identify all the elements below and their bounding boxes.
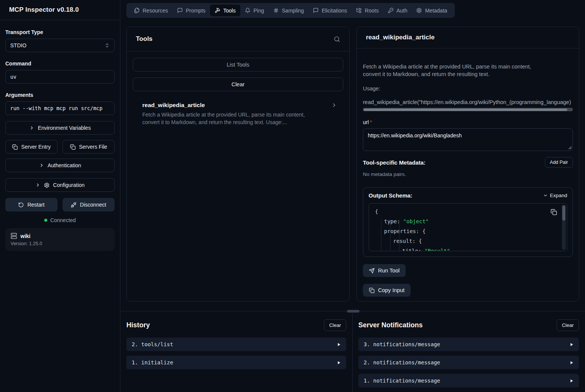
server-name: wiki: [20, 233, 30, 239]
copy-icon: [12, 144, 18, 150]
tab-auth[interactable]: Auth: [383, 5, 412, 16]
hash-icon: [273, 8, 279, 13]
chevron-right-icon: [331, 102, 337, 108]
detail-panel-title: read_wikipedia_article: [366, 34, 434, 41]
server-notifications-title: Server Notifications: [358, 321, 423, 329]
environment-variables-label: Environment Variables: [38, 125, 91, 131]
sidebar: MCP Inspector v0.18.0 Transport Type STD…: [0, 0, 120, 392]
gear-icon: [44, 182, 50, 188]
expand-schema-button[interactable]: Expand: [543, 193, 567, 198]
tools-panel: Tools List Tools Clear read_wikipedia_ar…: [126, 26, 350, 302]
tab-elicitations[interactable]: Elicitations: [308, 5, 352, 16]
restart-icon: [18, 202, 24, 208]
clear-notifications-button[interactable]: Clear: [557, 319, 579, 331]
tab-tools-label: Tools: [223, 8, 236, 14]
url-field-label: url*: [363, 119, 573, 125]
folder-tree-icon: [356, 8, 362, 13]
history-entry-label: 1. initialize: [132, 359, 173, 366]
server-notifications-panel: Server Notifications Clear 3. notificati…: [353, 311, 585, 392]
hammer-icon: [215, 8, 220, 13]
disconnect-label: Disconnect: [80, 202, 106, 208]
scrollbar-thumb[interactable]: [364, 109, 567, 111]
connection-status: Connected: [5, 216, 115, 224]
tab-prompts[interactable]: Prompts: [173, 5, 210, 16]
list-tools-button[interactable]: List Tools: [133, 58, 343, 72]
transport-type-label: Transport Type: [5, 29, 115, 35]
unplug-icon: [71, 202, 76, 208]
indent-guide: [390, 219, 391, 251]
add-pair-button[interactable]: Add Pair: [545, 157, 573, 168]
copy-input-label: Copy Input: [378, 287, 405, 293]
search-icon[interactable]: [334, 36, 340, 42]
url-input[interactable]: https://en.wikipedia.org/wiki/Bangladesh: [363, 128, 573, 151]
schema-code-line: title: "Result": [375, 246, 561, 251]
output-schema-label: Output Schema:: [369, 192, 412, 199]
usage-label: Usage:: [363, 86, 573, 92]
tab-prompts-label: Prompts: [186, 8, 205, 14]
notification-entry-label: 3. notifications/message: [364, 341, 440, 347]
copy-input-button[interactable]: Copy Input: [363, 284, 411, 297]
server-version: Version: 1.25.0: [11, 241, 109, 246]
message-square-icon: [313, 8, 319, 13]
tab-roots-label: Roots: [365, 8, 379, 14]
tab-metadata[interactable]: Metadata: [412, 5, 451, 16]
arguments-input[interactable]: [5, 101, 115, 115]
status-label: Connected: [50, 217, 76, 223]
server-info-card: wiki Version: 1.25.0: [5, 228, 115, 251]
usage-horizontal-scrollbar[interactable]: [363, 108, 573, 111]
tab-ping[interactable]: Ping: [240, 5, 269, 16]
disconnect-button[interactable]: Disconnect: [62, 198, 115, 212]
tab-tools[interactable]: Tools: [210, 5, 240, 16]
tab-bar: Resources Prompts Tools Ping Sampling El…: [126, 3, 455, 18]
authentication-button[interactable]: Authentication: [5, 159, 115, 172]
tool-metadata-label: Tool-specific Metadata:: [363, 159, 426, 166]
schema-vertical-scrollbar[interactable]: [562, 205, 566, 250]
clear-tools-button[interactable]: Clear: [133, 78, 343, 91]
server-entry-button[interactable]: Server Entry: [5, 140, 58, 154]
arguments-label: Arguments: [5, 92, 115, 98]
tab-sampling[interactable]: Sampling: [269, 5, 308, 16]
no-metadata-text: No metadata pairs.: [363, 171, 573, 177]
notification-entry[interactable]: 3. notifications/message: [358, 338, 579, 351]
indent-guide: [381, 219, 381, 251]
run-tool-label: Run Tool: [378, 268, 400, 274]
history-entry[interactable]: 1. initialize: [126, 356, 346, 369]
configuration-label: Configuration: [53, 182, 84, 188]
expand-label: Expand: [550, 193, 567, 198]
notification-entry[interactable]: 2. notifications/message: [358, 356, 579, 369]
schema-code-line: result: {: [375, 236, 561, 246]
usage-code: read_wikipedia_article("https://en.wikip…: [363, 99, 573, 105]
tab-sampling-label: Sampling: [282, 8, 304, 14]
expand-entry-icon: [337, 342, 341, 347]
servers-file-button[interactable]: Servers File: [62, 140, 115, 154]
expand-entry-icon: [569, 342, 574, 347]
key-icon: [388, 8, 394, 13]
command-input[interactable]: [5, 70, 115, 84]
tab-resources[interactable]: Resources: [129, 5, 173, 16]
notification-entry[interactable]: 1. notifications/message: [358, 374, 579, 387]
run-tool-button[interactable]: Run Tool: [363, 264, 406, 277]
chevron-right-icon: [35, 182, 40, 188]
expand-entry-icon: [569, 361, 574, 365]
authentication-label: Authentication: [48, 162, 81, 168]
copy-icon: [369, 288, 375, 293]
transport-type-select[interactable]: STDIO: [5, 39, 115, 52]
copy-schema-icon[interactable]: [551, 209, 557, 215]
servers-file-label: Servers File: [79, 144, 107, 150]
tool-list-item[interactable]: read_wikipedia_article Fetch a Wikipedia…: [133, 97, 343, 131]
required-asterisk: *: [370, 119, 372, 125]
schema-code-line: {: [375, 207, 561, 216]
tools-panel-title: Tools: [136, 35, 152, 43]
scrollbar-thumb[interactable]: [562, 205, 565, 221]
chevron-right-icon: [39, 163, 44, 168]
output-schema-section: Output Schema: Expand { type: "object" p…: [363, 187, 573, 257]
clear-history-button[interactable]: Clear: [324, 319, 346, 331]
status-dot: [44, 219, 47, 222]
restart-button[interactable]: Restart: [5, 198, 58, 212]
tab-roots[interactable]: Roots: [352, 5, 383, 16]
configuration-button[interactable]: Configuration: [5, 178, 115, 192]
environment-variables-button[interactable]: Environment Variables: [5, 121, 115, 135]
tool-description: Fetch a Wikipedia article at the provide…: [142, 111, 320, 126]
history-entry[interactable]: 2. tools/list: [126, 338, 346, 351]
schema-code-line: type: "object": [375, 216, 561, 226]
